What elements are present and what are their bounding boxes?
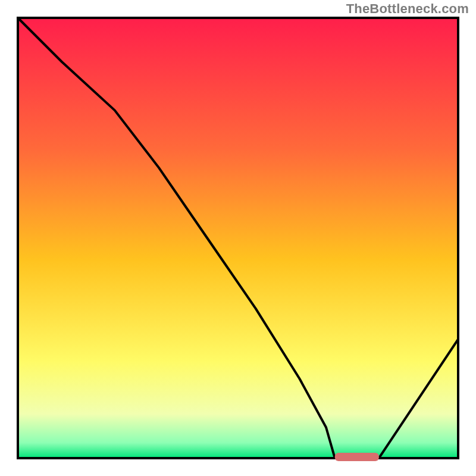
watermark-text: TheBottleneck.com: [346, 1, 469, 17]
chart-svg: [0, 0, 476, 476]
plot-frame: [18, 18, 458, 461]
gradient-background: [18, 18, 458, 458]
chart-container: TheBottleneck.com: [0, 0, 476, 476]
highlight-marker: [335, 453, 379, 461]
